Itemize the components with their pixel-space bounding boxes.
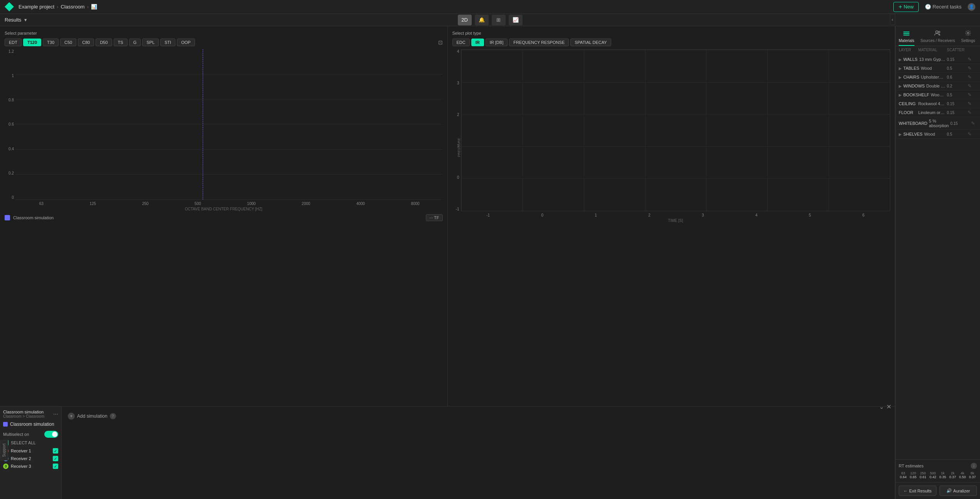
plot-edc[interactable]: EDC — [452, 39, 470, 46]
plot-ir-db[interactable]: IR [DB] — [486, 39, 508, 46]
layer-ceiling[interactable]: CEILING Rockwool 40 mm, 115... 0.15 ✎ — [896, 99, 980, 108]
walls-edit[interactable]: ✎ — [968, 57, 977, 62]
layer-floor[interactable]: FLOOR Linoleum or vinyl on c... 0.15 ✎ — [896, 108, 980, 117]
param-edt[interactable]: EDT — [5, 39, 22, 46]
tables-edit[interactable]: ✎ — [968, 66, 977, 71]
tab-sources-receivers[interactable]: Sources / Receivers — [921, 29, 955, 46]
tab-materials[interactable]: Materials — [899, 29, 914, 46]
ceiling-edit[interactable]: ✎ — [968, 101, 977, 106]
layers-table: ▶ WALLS 13 mm Gypsum/Plaste... 0.15 ✎ ▶ … — [896, 54, 980, 459]
chairs-name: CHAIRS — [903, 75, 919, 79]
param-spl[interactable]: SPL — [142, 39, 159, 46]
receiver-row-1[interactable]: 1 Receiver 1 ✓ — [3, 447, 58, 455]
param-oop[interactable]: OOP — [177, 39, 195, 46]
bottom-panel: Classroom simulation Classroom > Classro… — [0, 407, 895, 499]
expand-chart-btn[interactable]: ⊡ — [438, 39, 443, 46]
layer-chairs[interactable]: ▶ CHAIRS Upholstered seating 0.6 ✎ — [896, 73, 980, 82]
user-icon[interactable]: 👤 — [968, 3, 975, 11]
breadcrumb-project[interactable]: Example project — [18, 4, 54, 10]
whiteboard-scatter: 0.15 — [950, 121, 970, 126]
tab-grid[interactable]: ⊞ — [492, 15, 506, 25]
bookshelf-scatter: 0.5 — [947, 93, 966, 97]
shelves-edit[interactable]: ✎ — [968, 131, 977, 137]
x2-tick-3: 3 — [702, 213, 704, 217]
y2-label-neg1: -1 — [456, 207, 459, 211]
select-all-row[interactable]: ✓ SELECT ALL — [3, 440, 58, 445]
rt-freq-250: 250 — [918, 471, 928, 475]
breadcrumb-room[interactable]: Classroom — [61, 4, 85, 10]
layer-walls[interactable]: ▶ WALLS 13 mm Gypsum/Plaste... 0.15 ✎ — [896, 55, 980, 64]
sim-options-btn[interactable]: ⋯ — [53, 411, 58, 417]
chairs-edit[interactable]: ✎ — [968, 74, 977, 80]
x-tick-63: 63 — [39, 202, 44, 206]
results-toggle[interactable]: ▾ — [24, 17, 27, 23]
panel-controls: ⌄ ✕ — [879, 403, 891, 410]
x2-tick-5: 5 — [809, 213, 811, 217]
param-buttons: EDT T120 T30 C50 C80 D50 TS G SPL STI OO… — [5, 39, 443, 46]
param-c50[interactable]: C50 — [60, 39, 76, 46]
bookshelf-edit[interactable]: ✎ — [968, 92, 977, 97]
more-tf-btn[interactable]: ··· TF — [426, 214, 442, 221]
chairs-scatter: 0.6 — [947, 75, 966, 79]
floor-edit[interactable]: ✎ — [968, 110, 977, 115]
windows-edit[interactable]: ✎ — [968, 83, 977, 89]
receiver-1-checkbox[interactable]: ✓ — [53, 448, 58, 454]
svg-point-4 — [938, 31, 940, 33]
receiver-row-3[interactable]: 3 Receiver 3 ✓ — [3, 462, 58, 470]
col-scatter: SCATTER — [947, 48, 966, 52]
param-g[interactable]: G — [129, 39, 141, 46]
x-tick-250: 250 — [142, 202, 149, 206]
bookshelf-material: Wood panel with air s... — [931, 92, 945, 97]
x-tick-8000: 8000 — [411, 202, 419, 206]
param-t30[interactable]: T30 — [43, 39, 59, 46]
receiver-3-checkbox[interactable]: ✓ — [53, 464, 58, 469]
x-tick-4000: 4000 — [356, 202, 365, 206]
chevron-down-icon: ▾ — [24, 17, 27, 23]
sim-header: Classroom simulation Classroom > Classro… — [3, 410, 58, 418]
support-btn[interactable]: Support — [0, 440, 8, 460]
param-c80[interactable]: C80 — [78, 39, 94, 46]
receiver-2-checkbox[interactable]: ✓ — [53, 456, 58, 461]
close-panel-btn[interactable]: ✕ — [886, 403, 891, 410]
side-panel-collapse[interactable]: ‹ — [890, 14, 895, 25]
y2-label-0: 0 — [457, 175, 459, 180]
whiteboard-edit[interactable]: ✎ — [971, 121, 980, 126]
tab-2d[interactable]: 2D — [458, 15, 472, 25]
rt-estimates-label: RT estimates — [899, 464, 923, 468]
layer-bookshelf[interactable]: ▶ BOOKSHELF Wood panel with air s... 0.5… — [896, 91, 980, 99]
simulation-list: Classroom simulation Classroom > Classro… — [0, 407, 62, 499]
plot-spatial-decay[interactable]: SPATIAL DECAY — [570, 39, 611, 46]
layer-windows[interactable]: ▶ WINDOWS Double 2-3 mm glass... 0.2 ✎ — [896, 82, 980, 91]
plot-freq-response[interactable]: FREQUENCY RESPONSE — [509, 39, 569, 46]
add-simulation-btn[interactable]: + Add simulation ? — [68, 413, 116, 420]
exit-results-btn[interactable]: ← Exit Results — [899, 486, 936, 496]
layer-shelves[interactable]: ▶ SHELVES Wood 0.5 ✎ — [896, 130, 980, 139]
y-label-0.6: 0.6 — [8, 122, 14, 126]
tab-bell[interactable]: 🔔 — [475, 15, 489, 25]
recent-tasks[interactable]: 🕐 Recent tasks — [925, 4, 962, 10]
layer-whiteboard[interactable]: WHITEBOARD 5 % absorption 0.15 ✎ — [896, 117, 980, 130]
left-panel: Select parameter EDT T120 T30 C50 C80 D5… — [0, 26, 895, 499]
multiselect-toggle[interactable] — [44, 431, 58, 438]
plot-ir[interactable]: IR — [471, 39, 484, 46]
param-sti[interactable]: STI — [160, 39, 175, 46]
tab-chart[interactable]: 📈 — [509, 15, 523, 25]
rt-val-4k: 0.50 — [958, 475, 967, 479]
receiver-row-2[interactable]: 2 Receiver 2 ✓ — [3, 455, 58, 462]
rt-val-63: 0.64 — [899, 475, 908, 479]
param-ts[interactable]: TS — [114, 39, 128, 46]
sim-options: ⋯ — [53, 411, 58, 417]
param-t120[interactable]: T120 — [23, 39, 41, 46]
x2-tick-4: 4 — [755, 213, 758, 217]
app-logo — [5, 2, 14, 12]
minimize-panel-btn[interactable]: ⌄ — [879, 403, 884, 410]
multiselect-row: Multiselect on — [3, 431, 58, 438]
svg-rect-0 — [903, 32, 909, 32]
new-button[interactable]: New — [893, 2, 918, 12]
param-d50[interactable]: D50 — [96, 39, 112, 46]
sim-name-entry[interactable]: Classroom simulation — [3, 420, 58, 428]
shelves-material: Wood — [924, 132, 945, 136]
layer-tables[interactable]: ▶ TABLES Wood 0.5 ✎ — [896, 64, 980, 73]
tab-settings[interactable]: Settings — [961, 29, 975, 46]
auralizer-btn[interactable]: 🔊 Auralizer — [940, 486, 977, 496]
